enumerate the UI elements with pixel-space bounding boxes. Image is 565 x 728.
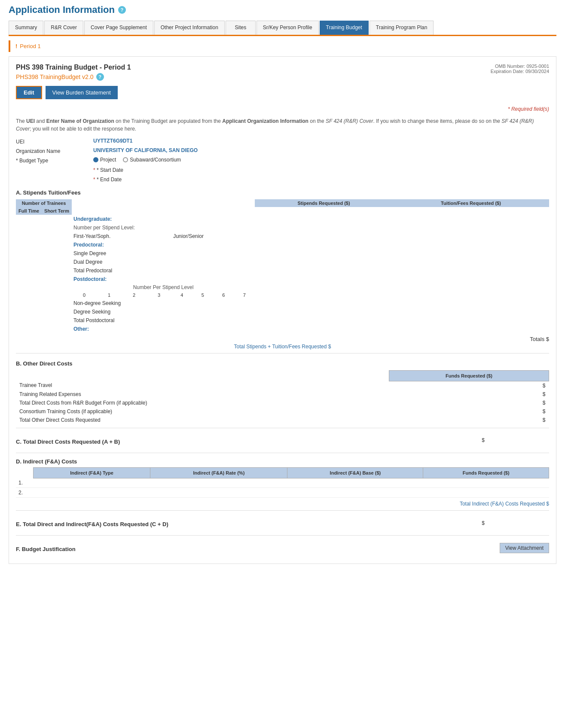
- section-c-value: $: [482, 437, 485, 443]
- tab-training-program-plan[interactable]: Training Program Plan: [370, 21, 434, 35]
- org-label: Organization Name: [16, 147, 93, 154]
- view-attachment-button[interactable]: View Attachment: [500, 543, 549, 553]
- radio-project[interactable]: Project: [93, 157, 116, 163]
- section-e-title: E. Total Direct and Indirect(F&A) Costs …: [16, 521, 168, 527]
- page-help-icon[interactable]: ?: [118, 6, 126, 14]
- section-c-row: C. Total Direct Costs Requested (A + B) …: [16, 432, 549, 449]
- form-help-icon[interactable]: ?: [96, 73, 104, 81]
- training-related-row: Training Related Expenses $: [16, 390, 549, 399]
- level-4: 4: [171, 291, 192, 299]
- dual-degree-row: Dual Degree: [16, 258, 549, 266]
- training-related-label: Training Related Expenses: [16, 390, 389, 399]
- postdoctoral-label: Postdoctoral:: [72, 275, 549, 283]
- undergraduate-label: Undergraduate:: [72, 215, 549, 223]
- omb-number: OMB Number: 0925-0001: [491, 64, 549, 69]
- tab-training-budget[interactable]: Training Budget: [320, 21, 369, 35]
- consortium-training-label: Consortium Training Costs (if applicable…: [16, 407, 389, 416]
- total-stipends-row: Total Stipends + Tuition/Fees Requested …: [16, 343, 549, 350]
- single-degree-label: Single Degree: [72, 249, 549, 258]
- degree-seeking-label: Degree Seeking: [72, 308, 549, 316]
- start-date-row: * Start Date: [93, 166, 549, 173]
- tab-sites[interactable]: Sites: [226, 21, 256, 35]
- info-text: The UEI and Enter Name of Organization o…: [16, 117, 549, 133]
- section-c-title: C. Total Direct Costs Requested (A + B): [16, 439, 120, 445]
- total-predoctoral-label: Total Predoctoral: [72, 266, 549, 275]
- section-b-title: B. Other Direct Costs: [16, 360, 549, 367]
- total-direct-costs-label: Total Direct Costs from R&R Budget Form …: [16, 399, 389, 407]
- number-per-stipend-label: Number per Stipend Level:: [72, 223, 549, 232]
- radio-subaward[interactable]: Subaward/Consortium: [123, 157, 181, 163]
- divider-4: [16, 510, 549, 511]
- section-e-row: E. Total Direct and Indirect(F&A) Costs …: [16, 514, 549, 532]
- level-1: 1: [97, 291, 122, 299]
- col-funds-header: Funds Requested ($): [389, 370, 549, 381]
- section-f-title: F. Budget Justification: [16, 546, 76, 552]
- required-note: * Required field(s): [16, 106, 549, 112]
- col-tuition-header: Tuition/Fees Requested ($): [393, 199, 549, 207]
- undergraduate-row: Undergraduate:: [16, 215, 549, 223]
- total-stipends-label: Total Stipends + Tuition/Fees Requested …: [234, 344, 331, 350]
- trainee-travel-row: Trainee Travel $: [16, 381, 549, 390]
- tabs-nav: Summary R&R Cover Cover Page Supplement …: [9, 21, 556, 36]
- consortium-training-value: $: [389, 407, 549, 416]
- col-rate-header: Indirect (F&A) Rate (%): [150, 467, 287, 478]
- total-postdoctoral-label: Total Postdoctoral: [72, 316, 549, 325]
- radio-subaward-label: Subaward/Consortium: [130, 157, 181, 163]
- totals-label: Totals $: [530, 336, 549, 342]
- expiration-date: Expiration Date: 09/30/2024: [491, 69, 549, 74]
- total-other-direct-value: $: [389, 416, 549, 424]
- col-funds-d-header: Funds Requested ($): [423, 467, 549, 478]
- col-trainees-header: Number of Trainees: [16, 199, 72, 207]
- tab-rnr-cover[interactable]: R&R Cover: [44, 21, 83, 35]
- degree-seeking-row: Degree Seeking: [16, 308, 549, 316]
- alert-text: Period 1: [20, 43, 40, 49]
- tab-sr-key-person[interactable]: Sr/Key Person Profile: [257, 21, 319, 35]
- uei-value: UYTTZT6G9DT1: [93, 138, 132, 144]
- uei-bold: UEI: [26, 118, 35, 124]
- page-title-text: Application Information: [9, 4, 115, 15]
- other-label: Other:: [72, 325, 549, 333]
- level-0: 0: [72, 291, 97, 299]
- first-year-row: First-Year/Soph. Junior/Senior: [16, 232, 549, 241]
- divider-5: [16, 535, 549, 536]
- edit-button[interactable]: Edit: [16, 86, 42, 99]
- consortium-training-row: Consortium Training Costs (if applicable…: [16, 407, 549, 416]
- tab-cover-page[interactable]: Cover Page Supplement: [84, 21, 153, 35]
- alert-bar: ! Period 1: [9, 40, 556, 52]
- org-value: UNIVERSITY OF CALIFORNIA, SAN DIEGO: [93, 147, 198, 153]
- col-type-header: Indirect (F&A) Type: [33, 467, 150, 478]
- start-date-label: * Start Date: [93, 166, 171, 173]
- radio-project-label: Project: [100, 157, 116, 163]
- tab-other-project[interactable]: Other Project Information: [154, 21, 225, 35]
- form-sub-title-text: PHS398 TrainingBudget v2.0: [16, 73, 94, 80]
- view-burden-button[interactable]: View Burden Statement: [46, 86, 118, 99]
- tab-summary[interactable]: Summary: [9, 21, 43, 35]
- other-direct-costs-table: Funds Requested ($) Trainee Travel $ Tra…: [16, 370, 549, 424]
- stipend-level-header-row: Number Per Stipend Level: [16, 283, 549, 291]
- org-row: Organization Name UNIVERSITY OF CALIFORN…: [16, 147, 549, 154]
- applicant-org-bold: Applicant Organization Information: [222, 118, 308, 124]
- predoctoral-label: Predoctoral:: [72, 241, 549, 249]
- col-short-term-header: Short Term: [42, 207, 72, 215]
- col-stipends-header: Stipends Requested ($): [255, 199, 393, 207]
- stipend-level-numbers-row: 0 1 2 3 4 5 6 7: [16, 291, 549, 299]
- indirect-num-1: 1.: [16, 478, 33, 488]
- totals-row: Totals $: [16, 336, 549, 342]
- divider-3: [16, 453, 549, 453]
- indirect-row-2: 2.: [16, 488, 549, 498]
- indirect-row-1: 1.: [16, 478, 549, 488]
- level-3: 3: [147, 291, 171, 299]
- indirect-table: Indirect (F&A) Type Indirect (F&A) Rate …: [16, 467, 549, 498]
- form-main-title: PHS 398 Training Budget - Period 1: [16, 64, 131, 71]
- page-title: Application Information ?: [9, 4, 556, 15]
- budget-type-row: * Budget Type Project Subaward/Consortiu…: [16, 157, 549, 164]
- end-date-row: * End Date: [93, 176, 549, 183]
- form-italic: SF 424 (R&R) Cover: [326, 118, 373, 124]
- org-bold: Enter Name of Organization: [46, 118, 114, 124]
- stipends-table: Number of Trainees Stipends Requested ($…: [16, 199, 549, 333]
- budget-type-label: * Budget Type: [16, 157, 93, 164]
- total-predoctoral-row: Total Predoctoral: [16, 266, 549, 275]
- radio-subaward-icon: [123, 157, 128, 162]
- uei-row: UEI UYTTZT6G9DT1: [16, 138, 549, 145]
- form-sub-title: PHS398 TrainingBudget v2.0 ?: [16, 73, 131, 81]
